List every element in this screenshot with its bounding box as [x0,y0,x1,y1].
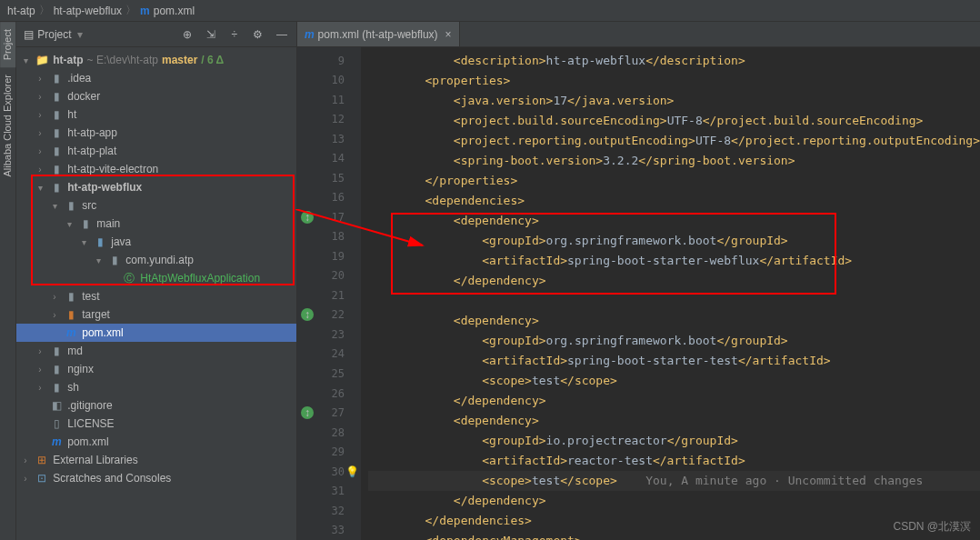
tree-item[interactable]: ⒸHtAtpWebfluxApplication [16,269,296,287]
gutter-mark-icon[interactable]: ↕ [301,308,314,321]
tree-item[interactable]: ▾▮java [16,233,296,251]
gutter-mark-icon[interactable]: ↕ [301,406,314,419]
tree-item[interactable]: ›▮docker [16,87,296,105]
locate-icon[interactable]: ⊕ [180,27,195,42]
editor-area: m pom.xml (ht-atp-webflux) × 91011121314… [297,22,980,540]
tree-item[interactable]: ›▮ht-atp-vite-electron [16,160,296,178]
tree-item[interactable]: ▾▮ht-atp-webflux [16,178,296,196]
tree-item[interactable]: ›▮md [16,342,296,360]
breadcrumb: ht-atp 〉 ht-atp-webflux 〉 m pom.xml [0,0,980,22]
tree-item[interactable]: ›▮sh [16,378,296,396]
breadcrumb-sep: 〉 [39,3,50,18]
tree-item[interactable]: ›▮ht [16,105,296,124]
close-icon[interactable]: × [445,28,452,41]
gutter: 910111213141516↕1718192021↕2223242526↕27… [297,47,361,540]
tree-item[interactable]: ▾▮com.yundi.atp [16,251,296,269]
tree-item[interactable]: mpom.xml [16,324,296,342]
watermark: CSDN @北漠溟 [893,519,971,535]
project-selector[interactable]: ▤ Project ▾ [24,28,180,41]
gutter-mark-icon[interactable]: ↕ [301,211,314,224]
expand-icon[interactable]: ⇲ [204,27,218,42]
tree-item[interactable]: ›▮target [16,305,296,324]
tree-item[interactable]: ▯LICENSE [16,415,296,433]
editor-tab[interactable]: m pom.xml (ht-atp-webflux) × [297,22,460,46]
tree-item[interactable]: ›▮ht-atp-app [16,124,296,142]
tree-item[interactable]: ›⊡Scratches and Consoles [16,469,296,487]
maven-icon: m [140,5,150,17]
tree-item[interactable]: ›▮test [16,287,296,305]
project-tree[interactable]: ▾📁ht-atp ~ E:\dev\ht-atp master / 6 Δ›▮.… [16,47,296,540]
maven-icon: m [305,28,315,41]
code-area[interactable]: <description>ht-atp-webflux</description… [361,47,980,540]
editor-tab-label: pom.xml (ht-atp-webflux) [318,28,438,41]
breadcrumb-sep: 〉 [125,3,136,18]
tree-item[interactable]: ▾▮main [16,215,296,233]
collapse-icon[interactable]: ÷ [227,27,242,42]
side-tab-project[interactable]: Project [0,22,15,67]
breadcrumb-file[interactable]: pom.xml [154,5,195,17]
tree-item[interactable]: ◧.gitignore [16,396,296,415]
tool-window-stripe: Project Alibaba Cloud Explorer [0,22,16,540]
bulb-icon[interactable]: 💡 [345,465,359,478]
tree-item[interactable]: ›▮.idea [16,69,296,87]
breadcrumb-item[interactable]: ht-atp-webflux [54,5,122,17]
settings-icon[interactable]: ⚙ [251,27,265,42]
tree-item[interactable]: ›⊞External Libraries [16,451,296,469]
hide-icon[interactable]: — [275,27,289,42]
tree-item[interactable]: ›▮ht-atp-plat [16,142,296,160]
tree-item[interactable]: ▾▮src [16,196,296,215]
tree-item[interactable]: mpom.xml [16,433,296,451]
project-panel: ▤ Project ▾ ⊕ ⇲ ÷ ⚙ — ▾📁ht-atp ~ E:\dev\… [16,22,297,540]
tree-item[interactable]: ▾📁ht-atp ~ E:\dev\ht-atp master / 6 Δ [16,51,296,69]
breadcrumb-item[interactable]: ht-atp [7,5,35,17]
tree-item[interactable]: ›▮nginx [16,360,296,378]
side-tab-cloud[interactable]: Alibaba Cloud Explorer [0,67,15,185]
